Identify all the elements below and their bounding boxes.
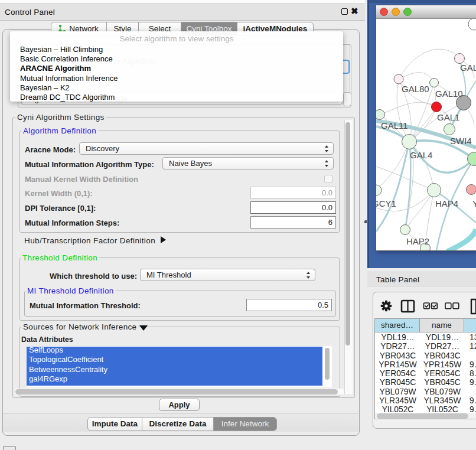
svg-text:GAL10: GAL10	[435, 89, 463, 99]
svg-text:GAL1: GAL1	[437, 112, 459, 122]
svg-text:GAL4: GAL4	[410, 150, 432, 160]
svg-text:HAP4: HAP4	[435, 198, 458, 208]
svg-text:Y: Y	[472, 198, 476, 208]
svg-text:HAP2: HAP2	[406, 236, 429, 246]
svg-text:GAL: GAL	[460, 63, 476, 73]
svg-text:GAL80: GAL80	[402, 84, 429, 94]
svg-text:SWI4: SWI4	[450, 136, 472, 146]
svg-text:GCY1: GCY1	[376, 198, 396, 208]
svg-text:GAL11: GAL11	[381, 120, 408, 131]
